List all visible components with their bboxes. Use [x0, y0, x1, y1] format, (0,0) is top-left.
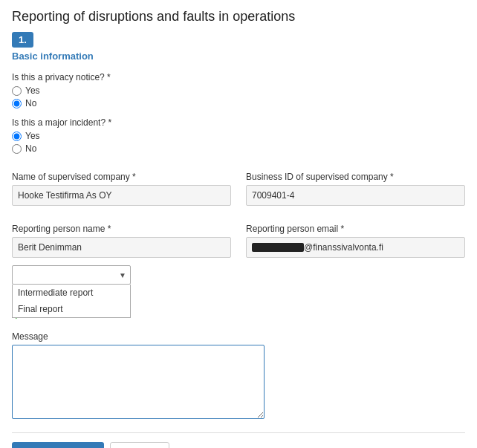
- preview-button[interactable]: Preview: [110, 442, 169, 448]
- report-type-select[interactable]: Intermediate report Final report: [12, 265, 131, 285]
- privacy-notice-label: Is this a privacy notice? *: [12, 72, 465, 82]
- major-incident-group: Yes No: [12, 131, 465, 154]
- major-incident-yes-radio[interactable]: [12, 132, 22, 141]
- privacy-notice-no[interactable]: No: [12, 98, 465, 108]
- supervised-company-label: Name of supervised company *: [12, 172, 231, 182]
- business-id-col: Business ID of supervised company *: [246, 163, 465, 206]
- bottom-bar: Save and Close Preview: [12, 432, 465, 448]
- form-section: Is this a privacy notice? * Yes No Is th…: [12, 72, 465, 419]
- report-type-wrapper: Intermediate report Final report ▼ Inter…: [12, 265, 131, 285]
- dropdown-option-final[interactable]: Final report: [13, 301, 130, 317]
- email-suffix: @finanssivalvonta.fi: [304, 242, 383, 253]
- major-incident-no-label: No: [25, 143, 36, 154]
- reporting-name-input[interactable]: [12, 237, 231, 258]
- save-close-button[interactable]: Save and Close: [12, 442, 104, 448]
- supervised-company-input[interactable]: [12, 185, 231, 206]
- privacy-notice-yes[interactable]: Yes: [12, 85, 465, 96]
- major-incident-yes-label: Yes: [25, 131, 40, 141]
- privacy-notice-yes-radio[interactable]: [12, 86, 22, 96]
- section-title: Basic information: [12, 51, 465, 62]
- page-title: Reporting of disruptions and faults in o…: [12, 9, 465, 25]
- company-row: Name of supervised company * Business ID…: [12, 163, 465, 206]
- privacy-notice-no-label: No: [25, 98, 36, 108]
- step-badge: 1.: [12, 32, 33, 48]
- privacy-notice-no-radio[interactable]: [12, 99, 22, 108]
- dropdown-option-intermediate[interactable]: Intermediate report: [13, 285, 130, 301]
- privacy-notice-group: Yes No: [12, 85, 465, 108]
- report-type-options-list: Intermediate report Final report: [12, 285, 131, 318]
- reporting-email-label: Reporting person email *: [246, 224, 465, 234]
- page-container: Reporting of disruptions and faults in o…: [0, 0, 477, 448]
- major-incident-no[interactable]: No: [12, 143, 465, 154]
- reporting-email-col: Reporting person email * @finanssivalvon…: [246, 215, 465, 258]
- person-row: Reporting person name * Reporting person…: [12, 215, 465, 258]
- business-id-label: Business ID of supervised company *: [246, 172, 465, 182]
- major-incident-label: Is this a major incident? *: [12, 117, 465, 128]
- major-incident-no-radio[interactable]: [12, 144, 22, 154]
- reporting-name-label: Reporting person name *: [12, 224, 231, 234]
- major-incident-yes[interactable]: Yes: [12, 131, 465, 141]
- reporting-name-col: Reporting person name *: [12, 215, 231, 258]
- email-redacted: [252, 243, 304, 252]
- privacy-notice-yes-label: Yes: [25, 85, 40, 96]
- message-textarea[interactable]: [12, 345, 265, 419]
- reporting-email-display: @finanssivalvonta.fi: [246, 237, 465, 258]
- supervised-company-col: Name of supervised company *: [12, 163, 231, 206]
- message-label: Message: [12, 331, 465, 342]
- business-id-input[interactable]: [246, 185, 465, 206]
